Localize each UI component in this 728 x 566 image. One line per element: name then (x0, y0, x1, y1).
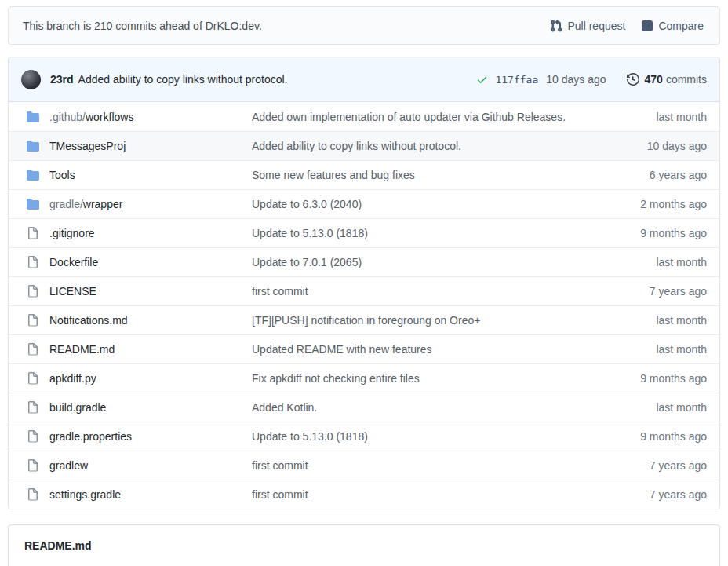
file-icon (27, 372, 39, 385)
file-commit-age: 2 months ago (640, 198, 707, 210)
file-commit-age: last month (656, 256, 707, 268)
file-name[interactable]: .github/workflows (49, 111, 252, 123)
file-commit-age: 9 months ago (640, 372, 707, 385)
file-commit-message[interactable]: [TF][PUSH] notification in foregroung on… (252, 314, 656, 327)
check-icon[interactable] (476, 74, 488, 86)
commit-meta: 117ffaa 10 days ago 470 commits (476, 73, 707, 86)
folder-icon (27, 169, 39, 181)
readme-title[interactable]: README.md (24, 539, 92, 552)
folder-icon (27, 111, 39, 123)
file-commit-age: 6 years ago (650, 169, 707, 181)
author-avatar[interactable] (21, 70, 41, 89)
pull-request-button[interactable]: Pull request (550, 20, 625, 32)
branch-status-banner: This branch is 210 commits ahead of DrKL… (8, 6, 720, 45)
file-row[interactable]: TMessagesProj Added ability to copy link… (9, 131, 719, 160)
file-name[interactable]: gradle.properties (49, 430, 252, 443)
file-browser-box: 23rd Added ability to copy links without… (8, 57, 720, 509)
file-name[interactable]: Tools (49, 169, 252, 181)
file-row[interactable]: Tools Some new features and bug fixes 6 … (9, 160, 719, 189)
commit-hash[interactable]: 117ffaa (495, 74, 538, 86)
file-name[interactable]: .gitignore (49, 227, 252, 239)
pull-request-label: Pull request (567, 20, 625, 32)
compare-button[interactable]: Compare (641, 20, 704, 32)
file-commit-message[interactable]: Some new features and bug fixes (252, 169, 650, 181)
commit-author[interactable]: 23rd (50, 73, 74, 86)
file-type-icon-cell (21, 372, 49, 385)
file-name-main[interactable]: build.gradle (49, 401, 106, 414)
file-row[interactable]: LICENSE first commit 7 years ago (9, 276, 719, 305)
file-name-main[interactable]: gradlew (49, 459, 88, 472)
file-commit-message[interactable]: Updated README with new features (252, 343, 656, 356)
file-row[interactable]: settings.gradle first commit 7 years ago (9, 480, 719, 509)
file-commit-message[interactable]: Added ability to copy links without prot… (252, 140, 647, 152)
file-commit-message[interactable]: first commit (252, 488, 650, 501)
commits-label[interactable]: commits (666, 73, 707, 86)
pull-request-icon (550, 20, 562, 32)
file-name-main[interactable]: Dockerfile (49, 256, 98, 268)
file-commit-message[interactable]: Update to 6.3.0 (2040) (252, 198, 640, 210)
file-name-main[interactable]: apkdiff.py (49, 372, 96, 385)
file-row[interactable]: Notifications.md [TF][PUSH] notification… (9, 305, 719, 334)
file-icon (27, 314, 39, 327)
file-type-icon-cell (21, 343, 49, 356)
file-row[interactable]: apkdiff.py Fix apkdiff not checking enti… (9, 363, 719, 393)
file-name[interactable]: settings.gradle (49, 488, 252, 501)
file-row[interactable]: build.gradle Added Kotlin. last month (9, 393, 719, 422)
file-name[interactable]: README.md (49, 343, 252, 356)
file-icon (27, 227, 39, 239)
file-name-prefix[interactable]: .github/ (49, 111, 86, 123)
file-name-main[interactable]: LICENSE (49, 285, 96, 298)
file-commit-message[interactable]: Update to 5.13.0 (1818) (252, 227, 640, 239)
banner-actions: Pull request Compare (550, 20, 704, 32)
file-name[interactable]: apkdiff.py (49, 372, 252, 385)
file-type-icon-cell (21, 111, 49, 123)
file-row[interactable]: .github/workflows Added own implementati… (9, 102, 719, 131)
file-commit-age: 9 months ago (640, 430, 707, 443)
file-commit-age: 7 years ago (650, 488, 707, 501)
file-name-main[interactable]: README.md (49, 343, 115, 356)
file-commit-message[interactable]: Added Kotlin. (252, 401, 656, 414)
file-type-icon-cell (21, 430, 49, 443)
file-name[interactable]: Notifications.md (49, 314, 252, 327)
file-commit-message[interactable]: Update to 7.0.1 (2065) (252, 256, 656, 268)
file-commit-age: last month (656, 343, 707, 356)
file-name-main[interactable]: gradle.properties (49, 430, 132, 443)
file-name[interactable]: gradle/wrapper (49, 198, 252, 210)
file-type-icon-cell (21, 256, 49, 268)
file-icon (27, 459, 39, 472)
file-row[interactable]: gradle/wrapper Update to 6.3.0 (2040) 2 … (9, 189, 719, 218)
file-name[interactable]: Dockerfile (49, 256, 252, 268)
file-name-main[interactable]: workflows (86, 111, 133, 123)
file-icon (27, 285, 39, 298)
commit-message[interactable]: Added ability to copy links without prot… (78, 73, 288, 86)
file-name-prefix[interactable]: gradle/ (49, 198, 83, 210)
file-name-main[interactable]: .gitignore (49, 227, 95, 239)
file-row[interactable]: gradlew first commit 7 years ago (9, 451, 719, 480)
file-commit-message[interactable]: first commit (252, 285, 650, 298)
file-commit-message[interactable]: Update to 5.13.0 (1818) (252, 430, 640, 443)
file-commit-message[interactable]: Added own implementation of auto updater… (252, 111, 656, 123)
file-row[interactable]: Dockerfile Update to 7.0.1 (2065) last m… (9, 247, 719, 276)
file-name-main[interactable]: TMessagesProj (49, 140, 126, 152)
file-name-main[interactable]: settings.gradle (49, 488, 121, 501)
file-commit-message[interactable]: Fix apkdiff not checking entire files (252, 372, 640, 385)
file-row[interactable]: README.md Updated README with new featur… (9, 334, 719, 363)
commits-count[interactable]: 470 (645, 73, 663, 86)
file-name-main[interactable]: wrapper (83, 198, 123, 210)
file-type-icon-cell (21, 459, 49, 472)
history-icon[interactable] (627, 73, 639, 86)
file-name[interactable]: gradlew (49, 459, 252, 472)
file-commit-age: 9 months ago (640, 227, 707, 239)
file-name-main[interactable]: Tools (49, 169, 75, 181)
file-name-main[interactable]: Notifications.md (49, 314, 128, 327)
file-commit-message[interactable]: first commit (252, 459, 650, 472)
file-icon (27, 430, 39, 443)
file-name[interactable]: build.gradle (49, 401, 252, 414)
file-name[interactable]: TMessagesProj (49, 140, 252, 152)
file-row[interactable]: .gitignore Update to 5.13.0 (1818) 9 mon… (9, 218, 719, 247)
branch-status-text: This branch is 210 commits ahead of DrKL… (23, 20, 262, 32)
file-icon (27, 256, 39, 268)
file-commit-age: 7 years ago (650, 285, 707, 298)
file-row[interactable]: gradle.properties Update to 5.13.0 (1818… (9, 422, 719, 451)
file-name[interactable]: LICENSE (49, 285, 252, 298)
